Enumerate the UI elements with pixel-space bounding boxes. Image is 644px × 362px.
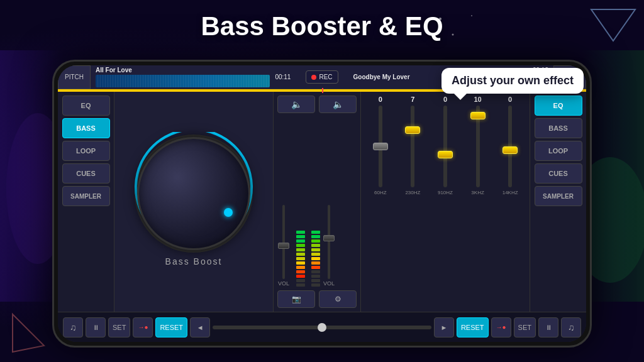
sampler-button-left[interactable]: SAMPLER — [62, 186, 110, 206]
bass-button-right[interactable]: BASS — [535, 118, 582, 138]
eq-button-right[interactable]: EQ — [535, 96, 582, 116]
rec-button[interactable]: REC — [306, 70, 338, 84]
eq-label-230hz: 230HZ — [405, 190, 420, 195]
eq-label-14khz: 14KHZ — [502, 190, 518, 195]
fader-right: VOL — [323, 205, 335, 287]
vu-meter-left — [292, 205, 305, 287]
eq-label-3khz: 3KHZ — [471, 190, 484, 195]
fader-left: VOL — [277, 205, 290, 287]
knob-indicator — [224, 208, 233, 217]
eq-band-910hz: 0 910HZ — [431, 96, 460, 195]
mixer-top-buttons: 🔈 🔈 — [277, 96, 357, 113]
music-left-button[interactable]: ♫ — [63, 317, 83, 337]
mixer-area: 🔈 🔈 VOL — [273, 92, 361, 312]
eq-band-14khz: 0 14KHZ — [496, 96, 525, 195]
eq-handle-14khz[interactable] — [502, 146, 518, 154]
loop-button-right[interactable]: LOOP — [535, 141, 582, 161]
sampler-button-right[interactable]: SAMPLER — [535, 186, 582, 206]
arrow-record-button[interactable]: →● — [133, 317, 153, 337]
main-content: EQ BASS LOOP CUES SAMPLER — [58, 92, 586, 312]
tooltip-text: Adjust your own effect — [452, 74, 574, 87]
phone-frame: PITCH All For Love 00:11 REC Goodbye My … — [52, 60, 592, 348]
phone-screen: PITCH All For Love 00:11 REC Goodbye My … — [58, 65, 586, 342]
cues-button-left[interactable]: CUES — [62, 163, 110, 184]
eq-label-60hz: 60HZ — [374, 190, 387, 195]
eq-button-left[interactable]: EQ — [62, 96, 110, 116]
arrow-record-right-button[interactable]: →● — [491, 317, 511, 337]
eq-faders-row: 0 60HZ 7 230HZ — [366, 96, 525, 308]
eq-band-3khz: 10 3KHZ — [464, 96, 492, 195]
track-left-time: 00:11 — [275, 74, 291, 80]
eq-value-910hz: 0 — [443, 96, 447, 103]
waveform-left — [96, 75, 270, 87]
eq-value-230hz: 7 — [411, 96, 414, 103]
eq-value-3khz: 10 — [474, 96, 481, 103]
page-title: Bass Booster & EQ — [201, 11, 443, 41]
mixer-bottom-buttons: 📷 ⚙ — [277, 290, 357, 308]
mixer-btn-settings[interactable]: ⚙ — [319, 290, 357, 308]
track-left: All For Love — [96, 65, 270, 89]
eq-handle-60hz[interactable] — [373, 143, 388, 150]
vu-fader-area: VOL — [277, 117, 357, 287]
set-left-button[interactable]: SET — [108, 317, 130, 337]
prev-button[interactable]: ◄ — [190, 317, 210, 337]
eq-area: 0 60HZ 7 230HZ — [361, 92, 530, 312]
eq-handle-910hz[interactable] — [438, 151, 453, 158]
eq-value-14khz: 0 — [508, 96, 512, 103]
transport-bar: ♫ ⏸ SET →● RESET ◄ ► RESET →● SET ⏸ ♫ — [58, 312, 586, 342]
pause-right-button[interactable]: ⏸ — [538, 317, 558, 337]
eq-label-910hz: 910HZ — [438, 190, 453, 195]
right-panel: EQ BASS LOOP CUES SAMPLER — [530, 92, 586, 312]
knob-container — [137, 137, 250, 250]
volume-right-button[interactable]: 🔈 — [319, 96, 357, 113]
volume-left-icon: 🔈 — [291, 99, 302, 109]
mixer-btn-camera[interactable]: 📷 — [277, 290, 315, 308]
progress-track[interactable] — [213, 326, 431, 329]
track-right-name: Goodbye My Lover — [353, 74, 410, 80]
track-left-section: All For Love 00:11 — [91, 65, 301, 89]
rec-dot — [311, 75, 316, 80]
vol-label-right: VOL — [323, 280, 335, 287]
track-left-name: All For Love — [96, 67, 270, 74]
eq-track-60hz — [379, 106, 382, 187]
eq-band-60hz: 0 60HZ — [366, 96, 395, 195]
fader-handle-left[interactable] — [278, 243, 289, 249]
rec-label: REC — [319, 74, 332, 80]
vol-label-left: VOL — [278, 280, 289, 287]
tooltip-bubble: Adjust your own effect — [441, 68, 584, 94]
volume-right-icon: 🔈 — [333, 99, 343, 109]
reset-left-button[interactable]: RESET — [155, 317, 187, 337]
eq-band-230hz: 7 230HZ — [399, 96, 428, 195]
next-button[interactable]: ► — [434, 317, 454, 337]
set-right-button[interactable]: SET — [514, 317, 536, 337]
bass-boost-label: Bass Boost — [165, 256, 223, 266]
eq-track-3khz — [476, 106, 480, 187]
music-right-button[interactable]: ♫ — [561, 317, 581, 337]
fader-handle-right[interactable] — [323, 235, 335, 241]
reset-right-button[interactable]: RESET — [457, 317, 489, 337]
volume-left-button[interactable]: 🔈 — [277, 96, 315, 113]
left-panel: EQ BASS LOOP CUES SAMPLER — [58, 92, 114, 312]
pause-left-button[interactable]: ⏸ — [86, 317, 106, 337]
fader-track-right — [328, 205, 330, 279]
progress-thumb[interactable] — [318, 323, 326, 332]
center-knob-area: Bass Boost — [114, 92, 273, 312]
pitch-left-button[interactable]: PITCH — [58, 65, 91, 89]
bass-button-left[interactable]: BASS — [62, 118, 110, 138]
loop-button-left[interactable]: LOOP — [62, 141, 110, 161]
vu-meter-right — [308, 205, 320, 287]
eq-track-14khz — [508, 106, 512, 187]
cues-button-right[interactable]: CUES — [535, 163, 582, 184]
eq-value-60hz: 0 — [379, 96, 382, 103]
eq-handle-230hz[interactable] — [405, 126, 420, 134]
fader-track-left — [282, 205, 285, 279]
bass-knob[interactable] — [137, 137, 250, 250]
eq-handle-3khz[interactable] — [470, 112, 486, 119]
eq-track-230hz — [411, 106, 414, 187]
eq-track-910hz — [443, 106, 447, 187]
